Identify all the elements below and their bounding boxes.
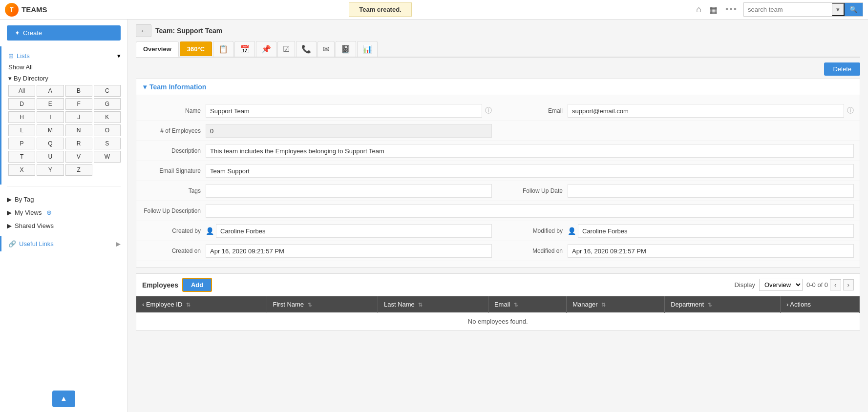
- alpha-l[interactable]: L: [8, 124, 35, 136]
- show-all-link[interactable]: Show All: [8, 62, 121, 73]
- layout: ✦ Create ⊞ Lists ▾ Show All ▾ By Directo…: [0, 20, 868, 412]
- link-icon: 🔗: [8, 240, 16, 247]
- alpha-d[interactable]: D: [8, 98, 35, 110]
- tab-email-icon[interactable]: ✉: [318, 41, 335, 57]
- followup-date-label: Follow Up Date: [504, 187, 568, 194]
- alpha-w[interactable]: W: [94, 151, 121, 163]
- tab-notes-icon[interactable]: 📓: [336, 41, 356, 57]
- created-by-label: Created by: [142, 227, 206, 234]
- by-directory-header[interactable]: ▾ By Directory: [8, 75, 121, 82]
- alpha-p[interactable]: P: [8, 138, 35, 149]
- tab-calendar-icon[interactable]: 📅: [234, 41, 255, 57]
- back-button[interactable]: ←: [136, 24, 151, 37]
- alpha-v[interactable]: V: [65, 151, 92, 163]
- alpha-n[interactable]: N: [65, 124, 92, 136]
- alpha-a[interactable]: A: [37, 85, 64, 97]
- col-actions[interactable]: › Actions: [781, 296, 860, 313]
- search-input[interactable]: [744, 4, 832, 15]
- create-button[interactable]: ✦ Create: [7, 25, 121, 41]
- app-logo: T TEAMS: [5, 3, 68, 17]
- sidebar-divider-1: [7, 186, 121, 187]
- tab-overview[interactable]: Overview: [136, 41, 179, 57]
- alpha-f[interactable]: F: [65, 98, 92, 110]
- alpha-r[interactable]: R: [65, 138, 92, 149]
- tab-document-icon[interactable]: 📋: [213, 41, 233, 57]
- description-row: Description This team includes the Emplo…: [136, 141, 860, 161]
- email-signature-value[interactable]: Team Support: [206, 164, 854, 178]
- create-label: Create: [23, 29, 42, 37]
- alpha-o[interactable]: O: [94, 124, 121, 136]
- add-employee-button[interactable]: Add: [182, 278, 212, 292]
- col-first-name[interactable]: First Name ⇅: [267, 296, 378, 313]
- col-manager[interactable]: Manager ⇅: [567, 296, 665, 313]
- email-label: Email: [504, 107, 568, 114]
- alpha-b[interactable]: B: [65, 85, 92, 97]
- followup-date-value[interactable]: [568, 184, 854, 198]
- tab-360[interactable]: 360°C: [180, 41, 212, 56]
- col-email[interactable]: Email ⇅: [488, 296, 566, 313]
- alpha-u[interactable]: U: [37, 151, 64, 163]
- useful-links-section[interactable]: 🔗 Useful Links ▶: [0, 236, 127, 251]
- description-field: Description This team includes the Emplo…: [136, 141, 860, 161]
- shared-views-link[interactable]: ▶ Shared Views: [7, 219, 121, 232]
- add-view-icon[interactable]: ⊕: [46, 209, 52, 216]
- delete-btn-area: Delete: [136, 62, 860, 76]
- followup-desc-value[interactable]: [206, 204, 854, 218]
- sidebar-lists-section: ⊞ Lists ▾ Show All ▾ By Directory All A …: [0, 46, 127, 185]
- empty-message: No employees found.: [136, 313, 860, 330]
- employees-table-container: ‹ Employee ID ⇅ First Name ⇅ Last Name ⇅…: [136, 296, 860, 330]
- prev-page-btn[interactable]: ‹: [830, 279, 841, 290]
- home-icon[interactable]: ⌂: [694, 2, 703, 17]
- tab-chart-icon[interactable]: 📊: [357, 41, 378, 57]
- display-select[interactable]: Overview: [759, 279, 803, 291]
- modified-by-value[interactable]: Caroline Forbes: [578, 224, 854, 238]
- employees-title-text: Employees: [142, 281, 178, 289]
- useful-links-arrow-icon: ▶: [116, 240, 121, 247]
- scroll-up-button[interactable]: ▲: [52, 391, 76, 407]
- col-employee-id[interactable]: ‹ Employee ID ⇅: [136, 296, 267, 313]
- name-value[interactable]: Support Team: [206, 104, 482, 118]
- created-by-value[interactable]: Caroline Forbes: [216, 224, 492, 238]
- alpha-h[interactable]: H: [8, 111, 35, 123]
- tab-checkbox-icon[interactable]: ☑: [277, 41, 295, 57]
- alpha-e[interactable]: E: [37, 98, 64, 110]
- chart-icon[interactable]: ▦: [707, 2, 720, 17]
- list-icon: ⊞: [8, 52, 14, 60]
- col-last-name[interactable]: Last Name ⇅: [378, 296, 488, 313]
- col-department[interactable]: Department ⇅: [665, 296, 781, 313]
- team-info-header[interactable]: ▾ Team Information: [136, 79, 860, 95]
- alpha-m[interactable]: M: [37, 124, 64, 136]
- alpha-s[interactable]: S: [94, 138, 121, 149]
- alpha-z[interactable]: Z: [65, 164, 92, 176]
- delete-button[interactable]: Delete: [824, 62, 860, 76]
- arrow-right-icon-2: ▶: [7, 209, 12, 216]
- lists-header[interactable]: ⊞ Lists ▾: [8, 50, 121, 62]
- employees-count-field: # of Employees 0: [136, 121, 498, 141]
- email-field: Email support@email.com ⓘ: [498, 101, 860, 121]
- search-submit-btn[interactable]: 🔍: [845, 3, 863, 16]
- alpha-k[interactable]: K: [94, 111, 121, 123]
- alpha-g[interactable]: G: [94, 98, 121, 110]
- by-directory-section: ▾ By Directory All A B C D E F G H I J K…: [8, 73, 121, 181]
- more-options-icon[interactable]: •••: [723, 2, 740, 17]
- tab-pin-icon[interactable]: 📌: [256, 41, 276, 57]
- alpha-t[interactable]: T: [8, 151, 35, 163]
- modified-by-avatar-icon: 👤: [568, 227, 576, 235]
- alpha-q[interactable]: Q: [37, 138, 64, 149]
- alpha-j[interactable]: J: [65, 111, 92, 123]
- tags-value[interactable]: [206, 184, 492, 198]
- my-views-link[interactable]: ▶ My Views ⊕: [7, 206, 121, 219]
- topbar-right: ⌂ ▦ ••• ▾ 🔍: [692, 2, 863, 17]
- description-value[interactable]: This team includes the Employees belongi…: [206, 144, 854, 158]
- email-value[interactable]: support@email.com: [568, 104, 844, 118]
- search-dropdown-btn[interactable]: ▾: [832, 3, 845, 16]
- alpha-all[interactable]: All: [8, 85, 35, 97]
- tab-phone-icon[interactable]: 📞: [296, 41, 317, 57]
- alpha-c[interactable]: C: [94, 85, 121, 97]
- next-page-btn[interactable]: ›: [843, 279, 854, 290]
- alpha-i[interactable]: I: [37, 111, 64, 123]
- toast-message: Team created.: [349, 2, 411, 17]
- alpha-y[interactable]: Y: [37, 164, 64, 176]
- by-tag-link[interactable]: ▶ By Tag: [7, 193, 121, 206]
- alpha-x[interactable]: X: [8, 164, 35, 176]
